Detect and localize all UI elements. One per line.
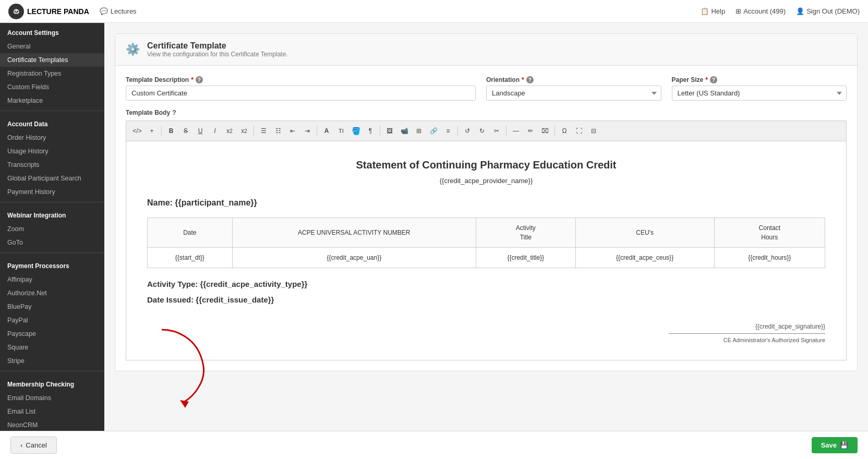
payment-processors-section-title: Payment Processors bbox=[0, 256, 104, 273]
toolbar-font-size-btn[interactable]: TI bbox=[334, 124, 348, 138]
lectures-link[interactable]: 💬 Lectures bbox=[100, 7, 137, 15]
toolbar-clear-format-btn[interactable]: ⌧ bbox=[538, 124, 552, 138]
toolbar-superscript-btn[interactable]: x2 bbox=[223, 124, 236, 138]
cert-provider: {{credit_acpe_provider_name}} bbox=[147, 176, 825, 186]
cert-sig-label: CE Administrator's Authorized Signature bbox=[147, 336, 825, 345]
sidebar-item-order-history[interactable]: Order History bbox=[0, 131, 104, 144]
sidebar-item-zoom[interactable]: Zoom bbox=[0, 222, 104, 236]
account-data-section-title: Account Data bbox=[0, 114, 104, 131]
help-link[interactable]: 📋 Help bbox=[701, 7, 725, 15]
table-cell-date: {{start_dt}} bbox=[148, 247, 233, 268]
toolbar-video-btn[interactable]: 📹 bbox=[397, 124, 411, 138]
toolbar-ordered-list-btn[interactable]: ☷ bbox=[271, 124, 285, 138]
sidebar-item-general[interactable]: General bbox=[0, 40, 104, 53]
toolbar-add-btn[interactable]: + bbox=[145, 124, 159, 138]
toolbar-separator-2 bbox=[254, 126, 254, 136]
toolbar-source-btn[interactable]: </> bbox=[130, 124, 144, 138]
toolbar-redo-btn[interactable]: ↻ bbox=[475, 124, 489, 138]
editor-content[interactable]: Statement of Continuing Pharmacy Educati… bbox=[126, 141, 847, 360]
toolbar-separator-4 bbox=[380, 126, 380, 136]
sidebar-item-goto[interactable]: GoTo bbox=[0, 236, 104, 249]
sidebar-item-email-list[interactable]: Email List bbox=[0, 405, 104, 418]
toolbar-separator-7 bbox=[554, 126, 555, 136]
template-description-input[interactable] bbox=[126, 86, 476, 101]
toolbar-separator-6 bbox=[506, 126, 507, 136]
app-logo[interactable]: 🐼 LECTURE PANDA bbox=[8, 4, 89, 19]
toolbar-outdent-btn[interactable]: ⇤ bbox=[286, 124, 299, 138]
toolbar-image-btn[interactable]: 🖼 bbox=[383, 124, 396, 138]
toolbar-cut-btn[interactable]: ✂ bbox=[490, 124, 503, 138]
toolbar-italic-btn[interactable]: I bbox=[208, 124, 222, 138]
toolbar-indent-btn[interactable]: ⇥ bbox=[300, 124, 314, 138]
paper-size-select[interactable]: Letter (US Standard) A4 bbox=[672, 86, 847, 101]
card-header: ⚙️ Certificate Template View the configu… bbox=[115, 34, 857, 66]
toolbar-undo-btn[interactable]: ↺ bbox=[461, 124, 474, 138]
orientation-help-icon[interactable]: ? bbox=[526, 76, 534, 83]
cert-title: Statement of Continuing Pharmacy Educati… bbox=[147, 157, 825, 173]
toolbar-table-btn[interactable]: ⊞ bbox=[412, 124, 426, 138]
sidebar-item-custom-fields[interactable]: Custom Fields bbox=[0, 80, 104, 94]
cert-name: Name: {{participant_name}} bbox=[147, 197, 825, 209]
account-link[interactable]: ⊞ Account (499) bbox=[736, 7, 786, 15]
toolbar-hr-btn[interactable]: — bbox=[509, 124, 523, 138]
sidebar-item-usage-history[interactable]: Usage History bbox=[0, 144, 104, 158]
sidebar-item-global-participant-search[interactable]: Global Participant Search bbox=[0, 172, 104, 185]
signout-link[interactable]: 👤 Sign Out (DEMO) bbox=[796, 7, 860, 15]
app-name: LECTURE PANDA bbox=[27, 7, 89, 16]
webinar-integration-section-title: Webinar Integration bbox=[0, 206, 104, 222]
sidebar-item-paypal[interactable]: PayPal bbox=[0, 313, 104, 327]
orientation-select[interactable]: Landscape Portrait bbox=[486, 86, 661, 101]
template-description-group: Template Description * ? bbox=[126, 76, 476, 101]
sidebar-item-stripe[interactable]: Stripe bbox=[0, 354, 104, 368]
required-indicator: * bbox=[191, 76, 194, 83]
sidebar-item-affinipay[interactable]: Affinipay bbox=[0, 273, 104, 286]
toolbar-paragraph-btn[interactable]: ¶ bbox=[364, 124, 377, 138]
card-subtitle: View the configuration for this Certific… bbox=[147, 51, 288, 58]
toolbar-font-btn[interactable]: A bbox=[320, 124, 333, 138]
toolbar-link-btn[interactable]: 🔗 bbox=[427, 124, 440, 138]
table-cell-hours: {{credit_hours}} bbox=[714, 247, 825, 268]
toolbar-bold-btn[interactable]: B bbox=[164, 124, 178, 138]
sidebar-item-neoncrm[interactable]: NeonCRM bbox=[0, 418, 104, 431]
toolbar-color-btn[interactable]: 🪣 bbox=[349, 124, 363, 138]
toolbar-align-btn[interactable]: ≡ bbox=[441, 124, 455, 138]
save-button[interactable]: Save 💾 bbox=[812, 437, 858, 453]
logo-icon: 🐼 bbox=[8, 4, 24, 19]
sidebar-item-payment-history[interactable]: Payment History bbox=[0, 185, 104, 199]
cert-table: Date ACPE UNIVERSAL ACTIVITY NUMBER Acti… bbox=[147, 218, 825, 268]
cert-date-issued: Date Issued: {{credit_issue_date}} bbox=[147, 294, 825, 306]
cancel-button[interactable]: ‹ Cancel bbox=[10, 437, 57, 454]
paper-size-help-icon[interactable]: ? bbox=[710, 76, 717, 83]
sidebar-item-marketplace[interactable]: Marketplace bbox=[0, 94, 104, 107]
cert-signature-var: {{credit_acpe_signature}} bbox=[147, 322, 825, 331]
form-row-main: Template Description * ? Orientation * ? bbox=[126, 76, 847, 101]
toolbar-special-chars-btn[interactable]: Ω bbox=[558, 124, 571, 138]
toolbar-highlight-btn[interactable]: ✏ bbox=[524, 124, 537, 138]
svg-marker-0 bbox=[180, 400, 189, 408]
table-cell-acpe-uan: {{credit_acpe_uan}} bbox=[232, 247, 476, 268]
sidebar-item-registration-types[interactable]: Registration Types bbox=[0, 67, 104, 80]
paper-size-group: Paper Size * ? Letter (US Standard) A4 bbox=[672, 76, 847, 101]
sidebar-item-email-domains[interactable]: Email Domains bbox=[0, 391, 104, 405]
template-description-help-icon[interactable]: ? bbox=[196, 76, 203, 83]
template-body-help-icon[interactable]: ? bbox=[172, 109, 176, 116]
required-indicator: * bbox=[705, 76, 708, 83]
toolbar-underline-btn[interactable]: U bbox=[194, 124, 207, 138]
chevron-left-icon: ‹ bbox=[20, 441, 22, 449]
sidebar-item-square[interactable]: Square bbox=[0, 341, 104, 354]
toolbar-fullscreen-btn[interactable]: ⛶ bbox=[572, 124, 586, 138]
bottom-bar: ‹ Cancel Save 💾 bbox=[0, 431, 868, 459]
toolbar-separator-5 bbox=[457, 126, 458, 136]
sidebar-item-certificate-templates[interactable]: Certificate Templates bbox=[0, 53, 104, 67]
sidebar-item-payscape[interactable]: Payscape bbox=[0, 327, 104, 341]
toolbar-subscript-btn[interactable]: x2 bbox=[237, 124, 251, 138]
sidebar-item-bluepay[interactable]: BluePay bbox=[0, 300, 104, 313]
cert-activity-type: Activity Type: {{credit_acpe_activity_ty… bbox=[147, 279, 825, 291]
card-header-text: Certificate Template View the configurat… bbox=[147, 41, 288, 58]
sidebar-item-authorize-net[interactable]: Authorize.Net bbox=[0, 286, 104, 300]
top-nav-right: 📋 Help ⊞ Account (499) 👤 Sign Out (DEMO) bbox=[701, 7, 860, 15]
toolbar-strikethrough-btn[interactable]: S bbox=[179, 124, 192, 138]
toolbar-show-blocks-btn[interactable]: ⊟ bbox=[587, 124, 600, 138]
toolbar-unordered-list-btn[interactable]: ☰ bbox=[257, 124, 270, 138]
sidebar-item-transcripts[interactable]: Transcripts bbox=[0, 158, 104, 172]
